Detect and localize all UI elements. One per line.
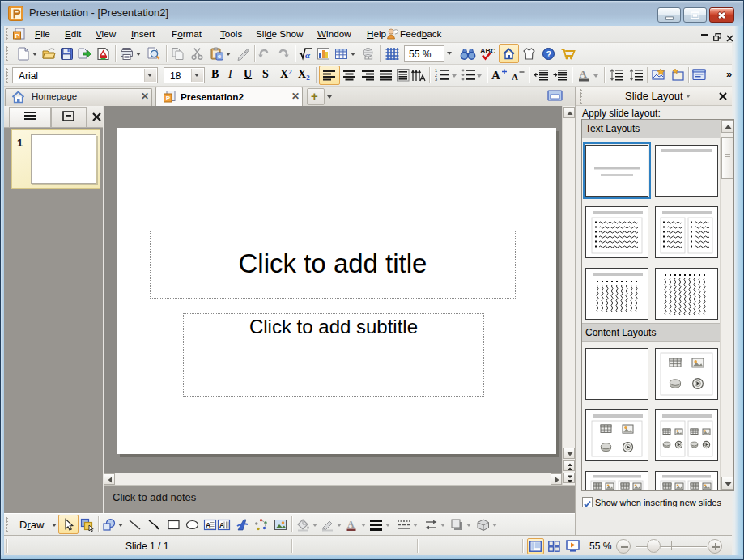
svg-text:A: A [206, 521, 210, 529]
svg-text:3: 3 [435, 77, 437, 82]
svg-text:α: α [305, 50, 311, 60]
svg-text:A: A [512, 72, 518, 82]
svg-text:ABC: ABC [480, 47, 495, 55]
svg-text:A: A [347, 519, 355, 530]
svg-text:A: A [219, 521, 224, 529]
svg-text:?: ? [546, 49, 552, 59]
svg-text:e: e [218, 53, 222, 60]
svg-text:P: P [166, 95, 171, 102]
svg-text:A: A [491, 69, 500, 82]
svg-text:A: A [580, 68, 588, 80]
svg-text:P: P [15, 32, 20, 40]
